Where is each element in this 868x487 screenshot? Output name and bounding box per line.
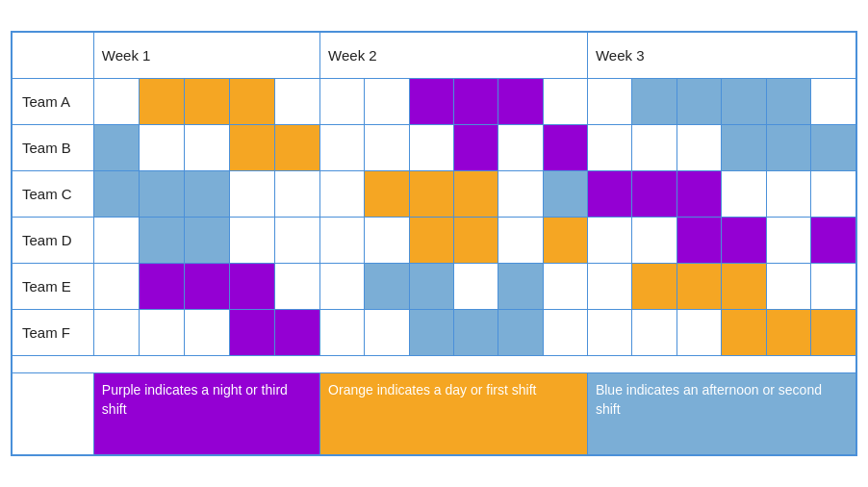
team-label-5: Team F: [13, 310, 94, 356]
cell-0-4: [275, 79, 320, 125]
cell-1-9: [498, 125, 543, 171]
cell-2-14: [722, 171, 767, 218]
cell-1-2: [184, 125, 229, 171]
cell-2-0: [93, 171, 139, 218]
schedule-container: Week 1 Week 2 Week 3 Team ATeam BTeam CT…: [11, 31, 857, 456]
cell-5-15: [766, 310, 811, 356]
cell-5-1: [139, 310, 184, 356]
cell-4-6: [365, 264, 409, 310]
cell-3-14: [722, 218, 767, 264]
cell-1-1: [139, 125, 184, 171]
cell-4-3: [229, 264, 274, 310]
cell-2-15: [766, 171, 811, 218]
cell-1-12: [632, 125, 677, 171]
cell-1-16: [811, 125, 856, 171]
cell-5-11: [587, 310, 632, 356]
cell-0-10: [543, 79, 587, 125]
cell-1-8: [454, 125, 498, 171]
cell-4-0: [93, 264, 139, 310]
cell-2-16: [811, 171, 856, 218]
team-row-4: Team E: [13, 264, 856, 310]
cell-1-15: [766, 125, 811, 171]
cell-3-15: [766, 218, 811, 264]
cell-2-6: [365, 171, 409, 218]
cell-2-7: [409, 171, 453, 218]
cell-5-10: [543, 310, 587, 356]
cell-0-15: [766, 79, 811, 125]
cell-5-3: [229, 310, 274, 356]
cell-5-8: [454, 310, 498, 356]
cell-3-1: [139, 218, 184, 264]
cell-4-4: [275, 264, 320, 310]
cell-5-16: [811, 310, 856, 356]
team-label-4: Team E: [13, 264, 94, 310]
cell-4-2: [184, 264, 229, 310]
cell-3-12: [632, 218, 677, 264]
legend-orange: Orange indicates a day or first shift: [320, 373, 588, 455]
cell-3-8: [454, 218, 498, 264]
team-row-5: Team F: [13, 310, 856, 356]
cell-4-8: [454, 264, 498, 310]
cell-3-2: [184, 218, 229, 264]
cell-3-11: [587, 218, 632, 264]
legend-label-empty: [13, 373, 94, 455]
cell-3-6: [365, 218, 409, 264]
cell-1-4: [275, 125, 320, 171]
cell-2-10: [543, 171, 587, 218]
cell-5-6: [365, 310, 409, 356]
cell-2-1: [139, 171, 184, 218]
cell-3-10: [543, 218, 587, 264]
cell-1-6: [365, 125, 409, 171]
cell-5-2: [184, 310, 229, 356]
cell-2-2: [184, 171, 229, 218]
team-label-0: Team A: [13, 79, 94, 125]
cell-3-0: [93, 218, 139, 264]
cell-5-14: [722, 310, 767, 356]
cell-1-0: [93, 125, 139, 171]
cell-1-14: [722, 125, 767, 171]
cell-0-6: [365, 79, 409, 125]
cell-0-7: [409, 79, 453, 125]
cell-4-7: [409, 264, 453, 310]
cell-4-14: [722, 264, 767, 310]
header-empty: [13, 33, 94, 79]
cell-1-7: [409, 125, 453, 171]
week1-header: Week 1: [93, 33, 319, 79]
cell-0-3: [229, 79, 274, 125]
cell-5-9: [498, 310, 543, 356]
cell-5-7: [409, 310, 453, 356]
cell-0-0: [93, 79, 139, 125]
cell-5-4: [275, 310, 320, 356]
cell-1-5: [320, 125, 365, 171]
cell-1-10: [543, 125, 587, 171]
cell-2-13: [677, 171, 722, 218]
cell-0-5: [320, 79, 365, 125]
cell-1-3: [229, 125, 274, 171]
cell-5-13: [677, 310, 722, 356]
team-row-2: Team C: [13, 171, 856, 218]
cell-2-5: [320, 171, 365, 218]
cell-0-8: [454, 79, 498, 125]
cell-3-3: [229, 218, 274, 264]
cell-3-7: [409, 218, 453, 264]
cell-0-2: [184, 79, 229, 125]
cell-0-1: [139, 79, 184, 125]
cell-2-11: [587, 171, 632, 218]
cell-2-8: [454, 171, 498, 218]
cell-0-11: [587, 79, 632, 125]
cell-4-16: [811, 264, 856, 310]
team-row-1: Team B: [13, 125, 856, 171]
week2-header: Week 2: [320, 33, 588, 79]
cell-5-0: [93, 310, 139, 356]
legend-blue: Blue indicates an afternoon or second sh…: [587, 373, 855, 455]
cell-0-12: [632, 79, 677, 125]
team-label-2: Team C: [13, 171, 94, 218]
cell-4-5: [320, 264, 365, 310]
cell-3-9: [498, 218, 543, 264]
cell-2-4: [275, 171, 320, 218]
team-row-3: Team D: [13, 218, 856, 264]
cell-0-13: [677, 79, 722, 125]
team-row-0: Team A: [13, 79, 856, 125]
cell-2-12: [632, 171, 677, 218]
cell-1-11: [587, 125, 632, 171]
